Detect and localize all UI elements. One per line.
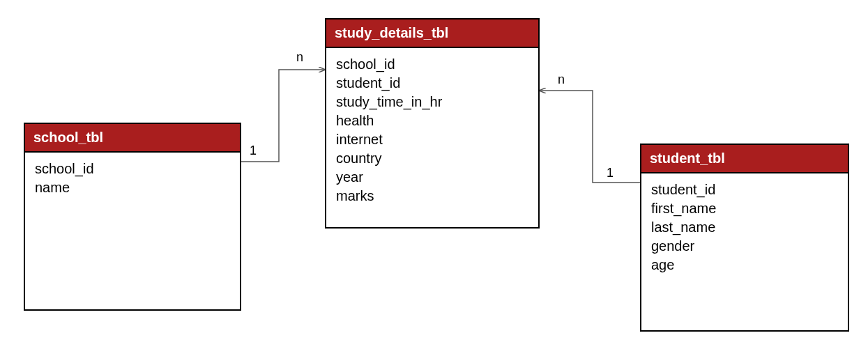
card-school-side: 1 — [250, 144, 257, 158]
entity-student-tbl: student_tbl student_id first_name last_n… — [640, 144, 849, 332]
entity-school-tbl: school_tbl school_id name — [24, 123, 241, 311]
field-student-gender: gender — [651, 237, 838, 256]
card-study-side-right: n — [558, 72, 565, 87]
field-sd-country: country — [336, 149, 528, 168]
entity-study-details-tbl-title: study_details_tbl — [326, 20, 538, 48]
field-sd-internet: internet — [336, 130, 528, 149]
er-diagram-canvas: school_tbl school_id name study_details_… — [0, 0, 868, 356]
entity-school-tbl-body: school_id name — [25, 153, 240, 309]
card-study-side-left: n — [296, 50, 303, 65]
field-school-id: school_id — [35, 160, 230, 178]
entity-school-tbl-title: school_tbl — [25, 124, 240, 153]
entity-student-tbl-title: student_tbl — [641, 145, 848, 173]
field-sd-year: year — [336, 168, 528, 187]
field-school-name: name — [35, 178, 230, 197]
field-student-id: student_id — [651, 180, 838, 199]
field-sd-health: health — [336, 111, 528, 130]
field-sd-study-time: study_time_in_hr — [336, 93, 528, 111]
connector-student-to-study — [540, 91, 640, 183]
card-student-side: 1 — [607, 166, 614, 180]
entity-study-details-tbl: study_details_tbl school_id student_id s… — [325, 18, 540, 229]
entity-study-details-tbl-body: school_id student_id study_time_in_hr he… — [326, 48, 538, 227]
field-student-age: age — [651, 256, 838, 274]
field-student-last-name: last_name — [651, 218, 838, 237]
field-sd-marks: marks — [336, 187, 528, 206]
field-sd-school-id: school_id — [336, 55, 528, 74]
field-student-first-name: first_name — [651, 199, 838, 218]
field-sd-student-id: student_id — [336, 74, 528, 93]
entity-student-tbl-body: student_id first_name last_name gender a… — [641, 173, 848, 330]
